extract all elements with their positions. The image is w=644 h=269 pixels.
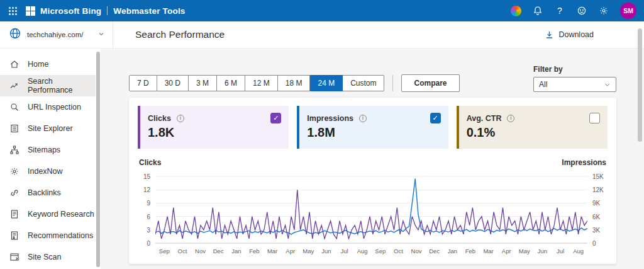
help-icon[interactable]: ? (554, 5, 565, 16)
sidebar-item-label: Sitemaps (28, 146, 60, 154)
filter-by-label: Filter by (533, 65, 616, 74)
settings-icon[interactable] (598, 5, 609, 16)
site-selector[interactable]: techchahiye.com/ (0, 21, 113, 48)
chart-plot[interactable]: SepOctNovDecJanFebMarAprMayJunJulAugSepO… (155, 176, 587, 256)
range-button-7d[interactable]: 7 D (129, 75, 157, 91)
clicks-card-label: Clicks (148, 114, 171, 123)
sidebar-item-sitemaps[interactable]: Sitemaps (0, 139, 96, 161)
axis-tick: 6K (592, 213, 600, 220)
x-axis-months: SepOctNovDecJanFebMarAprMayJunJulAugSepO… (155, 244, 587, 256)
feedback-icon[interactable] (576, 5, 587, 16)
impressions-value: 1.8M (307, 125, 440, 140)
sidebar-nav: HomeSearch PerformanceURL InspectionSite… (0, 54, 101, 268)
sidebar-item-label: Backlinks (28, 188, 61, 197)
microsoft-logo-icon (26, 6, 35, 16)
sidebar-item-recommendations[interactable]: Recommendations (0, 225, 96, 246)
month-label: May (303, 248, 314, 255)
sidebar-item-label: IndexNow (28, 167, 63, 176)
sidebar-item-search-performance[interactable]: Search Performance (0, 75, 96, 96)
toolbar-divider (392, 75, 393, 91)
range-button-12m[interactable]: 12 M (245, 75, 278, 91)
clicks-card[interactable]: Clicks i ✓ 1.8K (138, 106, 289, 149)
sidebar-scrollbar[interactable] (96, 52, 100, 267)
download-button[interactable]: Download (545, 30, 594, 40)
range-button-6m[interactable]: 6 M (217, 75, 245, 91)
download-label: Download (558, 30, 594, 39)
sidebar-item-home[interactable]: Home (0, 54, 96, 75)
impressions-card[interactable]: Impressions i ✓ 1.8M (297, 106, 448, 149)
performance-panel: Clicks i ✓ 1.8K Impressions i ✓ 1.8M (129, 98, 616, 264)
impressions-checkbox[interactable]: ✓ (430, 113, 441, 123)
right-axis-ticks: 15K12K9K6K3K0 (587, 176, 608, 256)
axis-tick: 6 (147, 213, 150, 220)
filter-value: All (539, 80, 547, 89)
performance-chart: 15129630 SepOctNovDecJanFebMarAprMayJunJ… (138, 176, 608, 256)
axis-tick: 9 (147, 200, 150, 207)
month-label: Jan (448, 248, 457, 255)
globe-icon (9, 27, 21, 42)
month-label: Feb (465, 248, 475, 255)
toolbar: 7 D30 D3 M6 M12 M18 M24 MCustom Compare … (129, 65, 616, 92)
site-scan-icon (9, 252, 19, 262)
sidebar-item-indexnow[interactable]: IndexNow (0, 161, 96, 182)
info-icon[interactable]: i (177, 115, 184, 122)
clicks-checkbox[interactable]: ✓ (270, 113, 281, 123)
axis-tick: 12K (592, 186, 604, 193)
range-button-18m[interactable]: 18 M (278, 75, 311, 91)
sidebar: HomeSearch PerformanceURL InspectionSite… (0, 49, 101, 269)
sidebar-item-site-explorer[interactable]: Site Explorer (0, 118, 96, 139)
sidebar-item-label: Home (28, 60, 48, 69)
info-icon[interactable]: i (507, 115, 514, 122)
waffle-icon[interactable] (9, 7, 17, 15)
link-icon (9, 188, 19, 198)
month-label: Apr (286, 248, 295, 255)
chevron-down-icon (604, 81, 611, 88)
range-button-custom[interactable]: Custom (343, 75, 384, 91)
left-axis-title: Clicks (139, 158, 161, 167)
axis-tick: 0 (592, 240, 596, 247)
month-label: Sep (375, 248, 386, 255)
trend-icon (9, 81, 19, 91)
home-icon (9, 59, 19, 69)
keyword-doc-icon (9, 209, 19, 219)
download-icon (545, 30, 554, 40)
axis-tick: 3 (147, 226, 150, 233)
filter-dropdown[interactable]: All (533, 77, 616, 92)
top-bar: Microsoft Bing Webmaster Tools ? SM (0, 0, 644, 21)
avg-ctr-checkbox[interactable] (589, 113, 600, 123)
month-label: Feb (249, 248, 259, 255)
avg-ctr-card-label: Avg. CTR (467, 114, 502, 123)
brand-name: Microsoft Bing (40, 6, 101, 16)
copilot-icon[interactable] (511, 6, 521, 16)
clicks-value: 1.8K (148, 125, 281, 140)
sidebar-item-keyword-research[interactable]: Keyword Research (0, 203, 96, 225)
product-name: Webmaster Tools (113, 6, 185, 16)
page-scrollbar[interactable] (638, 28, 642, 142)
bell-icon[interactable] (532, 5, 543, 16)
sidebar-item-site-scan[interactable]: Site Scan (0, 246, 96, 268)
metric-cards: Clicks i ✓ 1.8K Impressions i ✓ 1.8M (138, 106, 608, 149)
left-axis-ticks: 15129630 (138, 176, 155, 256)
avg-ctr-card[interactable]: Avg. CTR i 0.1% (457, 106, 608, 149)
compare-button[interactable]: Compare (401, 74, 459, 92)
month-label: Oct (178, 248, 187, 255)
info-icon[interactable]: i (359, 115, 367, 122)
month-label: Mar (267, 248, 277, 255)
month-label: Apr (502, 248, 511, 255)
date-range-group: 7 D30 D3 M6 M12 M18 M24 MCustom (129, 75, 384, 91)
sidebar-item-backlinks[interactable]: Backlinks (0, 182, 96, 203)
gear-icon (9, 166, 19, 176)
sidebar-item-label: Keyword Research (28, 210, 94, 219)
range-button-24m[interactable]: 24 M (310, 75, 343, 91)
avatar[interactable]: SM (620, 3, 636, 19)
axis-tick: 0 (147, 240, 150, 247)
axis-tick: 3K (592, 226, 600, 233)
month-label: Oct (394, 248, 403, 255)
month-label: Jul (340, 248, 348, 255)
sidebar-item-url-inspection[interactable]: URL Inspection (0, 96, 96, 118)
month-label: Nov (411, 248, 422, 255)
sidebar-item-label: Search Performance (28, 77, 96, 94)
range-button-3m[interactable]: 3 M (189, 75, 217, 91)
month-label: Aug (357, 248, 368, 255)
range-button-30d[interactable]: 30 D (157, 75, 189, 91)
